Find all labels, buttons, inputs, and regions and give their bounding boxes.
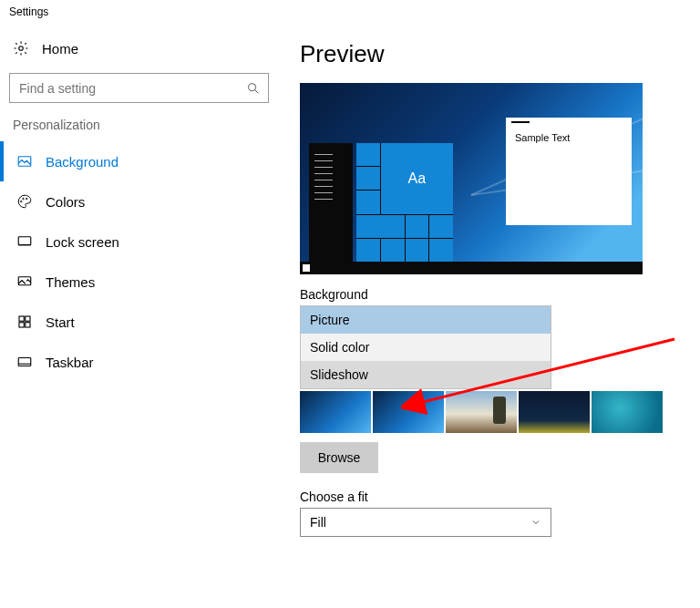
- choose-fit-label: Choose a fit: [300, 489, 691, 504]
- sidebar-item-label: Themes: [46, 274, 95, 290]
- browse-button[interactable]: Browse: [300, 442, 378, 473]
- nav-taskbar[interactable]: Taskbar: [0, 342, 278, 382]
- svg-point-4: [23, 198, 25, 200]
- window-title: Settings: [0, 0, 700, 20]
- svg-rect-12: [18, 358, 31, 366]
- svg-point-1: [249, 83, 256, 90]
- preview-sample-text: Sample Text: [515, 132, 570, 143]
- background-option-picture[interactable]: Picture: [301, 306, 551, 334]
- taskbar-icon: [16, 354, 33, 370]
- sidebar-item-label: Background: [46, 154, 118, 170]
- background-option-solid-color[interactable]: Solid color: [301, 334, 551, 361]
- preview-heading: Preview: [300, 40, 691, 68]
- svg-rect-11: [26, 323, 30, 327]
- background-label: Background: [300, 287, 691, 302]
- settings-sidebar: Home Personalization: [0, 20, 278, 537]
- svg-point-5: [26, 198, 28, 200]
- thumbnail-2[interactable]: [373, 391, 444, 433]
- lock-screen-icon: [16, 233, 33, 250]
- nav-themes[interactable]: Themes: [0, 262, 278, 302]
- gear-icon: [13, 40, 29, 57]
- sidebar-item-label: Start: [46, 314, 75, 330]
- search-icon: [246, 81, 261, 96]
- fit-value: Fill: [310, 515, 326, 530]
- svg-rect-6: [18, 237, 31, 245]
- wallpaper-thumbnails: [300, 391, 691, 433]
- sidebar-item-label: Taskbar: [46, 355, 94, 370]
- svg-rect-10: [19, 323, 24, 327]
- svg-point-3: [21, 201, 23, 202]
- home-label: Home: [42, 41, 78, 57]
- svg-rect-9: [26, 316, 30, 321]
- thumbnail-3[interactable]: [446, 391, 517, 433]
- main-panel: Preview Aa Sample Te: [278, 20, 700, 537]
- sidebar-item-label: Lock screen: [46, 234, 119, 250]
- thumbnail-1[interactable]: [300, 391, 371, 433]
- palette-icon: [16, 193, 33, 210]
- wallpaper-preview: Aa Sample Text: [300, 83, 643, 274]
- preview-tile-aa: Aa: [381, 143, 453, 214]
- picture-icon: [16, 153, 33, 170]
- svg-point-0: [19, 46, 24, 51]
- search-box[interactable]: [9, 73, 269, 103]
- thumbnail-5[interactable]: [592, 391, 663, 433]
- nav-colors[interactable]: Colors: [0, 181, 278, 222]
- nav-start[interactable]: Start: [0, 302, 278, 342]
- svg-rect-8: [19, 316, 24, 321]
- themes-icon: [16, 273, 33, 290]
- home-button[interactable]: Home: [0, 35, 278, 62]
- thumbnail-4[interactable]: [519, 391, 590, 433]
- start-icon: [16, 314, 33, 330]
- background-option-slideshow[interactable]: Slideshow: [301, 361, 551, 388]
- background-dropdown[interactable]: Picture Solid color Slideshow: [300, 305, 551, 389]
- nav-lock-screen[interactable]: Lock screen: [0, 222, 278, 262]
- section-personalization: Personalization: [0, 112, 278, 141]
- chevron-down-icon: [530, 517, 541, 528]
- search-input[interactable]: [17, 80, 236, 97]
- nav-background[interactable]: Background: [0, 141, 278, 181]
- sidebar-item-label: Colors: [46, 194, 85, 210]
- fit-dropdown[interactable]: Fill: [300, 508, 551, 537]
